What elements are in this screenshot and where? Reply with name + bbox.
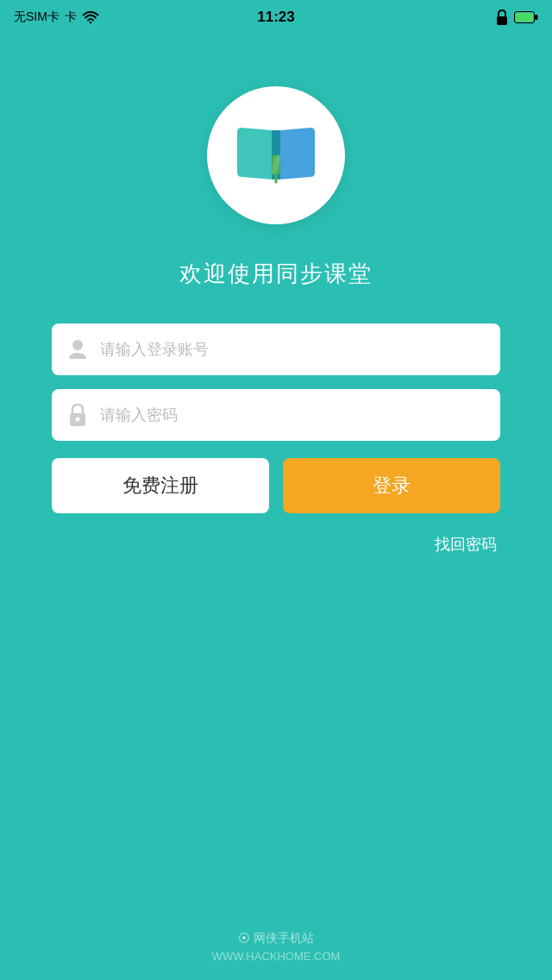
register-button[interactable]: 免费注册 bbox=[52, 458, 269, 513]
buttons-row: 免费注册 登录 bbox=[52, 458, 500, 513]
user-icon bbox=[66, 337, 90, 361]
status-bar: 无SIM卡 卡 11:23 bbox=[0, 0, 552, 35]
status-right bbox=[495, 9, 538, 25]
watermark-url: WWW.HACKHOME.COM bbox=[212, 950, 341, 963]
app-logo bbox=[207, 86, 345, 224]
status-time: 11:23 bbox=[257, 9, 294, 26]
wifi-icon bbox=[82, 11, 99, 24]
logo-svg bbox=[229, 115, 323, 192]
svg-rect-0 bbox=[497, 16, 507, 25]
watermark-site: ⦿ 网侠手机站 bbox=[238, 931, 314, 946]
login-button[interactable]: 登录 bbox=[283, 458, 500, 513]
svg-point-9 bbox=[76, 418, 80, 422]
status-left: 无SIM卡 卡 bbox=[14, 9, 99, 25]
carrier-text: 无SIM卡 bbox=[14, 9, 60, 25]
svg-rect-2 bbox=[516, 13, 533, 22]
password-input-wrapper bbox=[52, 389, 500, 441]
svg-rect-3 bbox=[535, 15, 538, 20]
battery-icon bbox=[514, 11, 538, 23]
forgot-password-link[interactable]: 找回密码 bbox=[52, 534, 500, 555]
main-content: 欢迎使用同步课堂 免费 bbox=[0, 35, 552, 555]
password-input[interactable] bbox=[100, 406, 486, 424]
lock-icon bbox=[495, 9, 509, 25]
welcome-text: 欢迎使用同步课堂 bbox=[179, 259, 373, 289]
username-input[interactable] bbox=[100, 341, 486, 359]
form-container: 免费注册 登录 找回密码 bbox=[52, 324, 500, 555]
lock-field-icon bbox=[66, 403, 90, 427]
watermark: ⦿ 网侠手机站 WWW.HACKHOME.COM bbox=[212, 931, 341, 963]
username-input-wrapper bbox=[52, 324, 500, 375]
svg-point-7 bbox=[72, 340, 83, 350]
carrier-x: 卡 bbox=[65, 9, 77, 25]
